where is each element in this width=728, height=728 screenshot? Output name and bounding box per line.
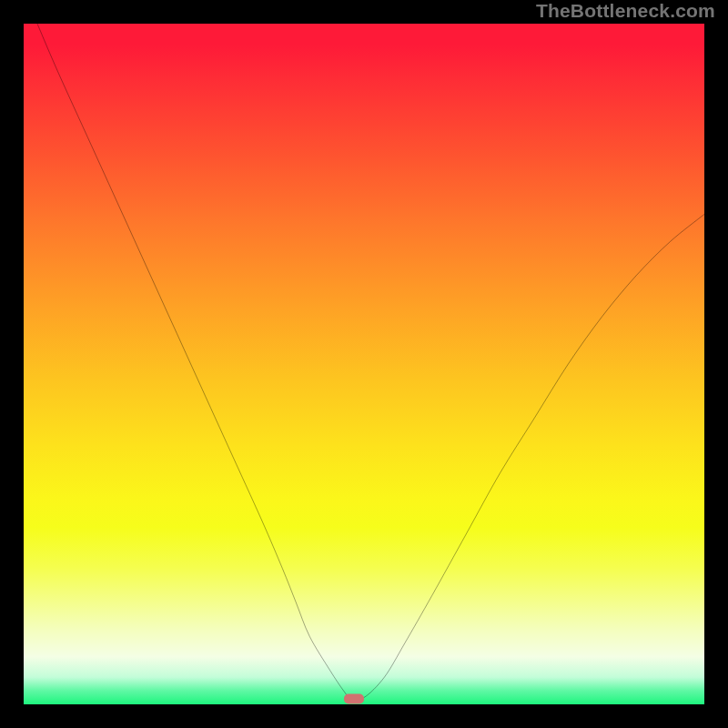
- chart-plot-area: [24, 24, 704, 704]
- watermark-text: TheBottleneck.com: [536, 0, 715, 22]
- sweet-spot-marker: [344, 694, 364, 704]
- bottleneck-curve: [24, 24, 704, 704]
